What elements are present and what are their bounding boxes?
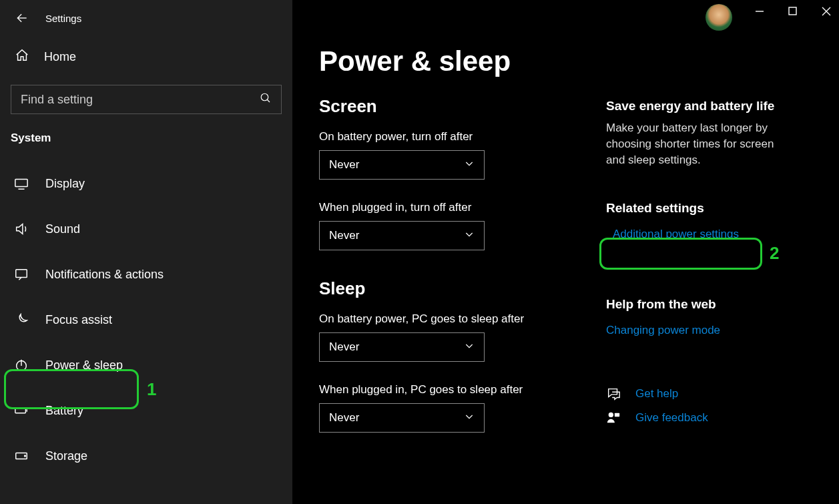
screen-battery-dropdown[interactable]: Never	[319, 150, 485, 180]
window-controls	[752, 4, 834, 19]
user-avatar[interactable]	[706, 4, 732, 31]
sidebar-item-label: Notifications & actions	[45, 268, 164, 282]
related-heading: Related settings	[606, 201, 812, 216]
feedback-icon	[606, 411, 621, 425]
sidebar-item-label: Display	[45, 177, 85, 191]
sidebar-item-focus-assist[interactable]: Focus assist	[0, 297, 292, 342]
sidebar-item-display[interactable]: Display	[0, 161, 292, 206]
give-feedback-link[interactable]: Give feedback	[635, 411, 708, 425]
chevron-down-icon	[464, 340, 475, 354]
energy-heading: Save energy and battery life	[606, 99, 812, 113]
svg-rect-9	[615, 413, 619, 417]
storage-icon	[13, 448, 29, 464]
screen-battery-label: On battery power, turn off after	[319, 130, 599, 144]
chevron-down-icon	[464, 229, 475, 243]
close-button[interactable]	[819, 4, 834, 19]
svg-point-0	[261, 93, 268, 101]
sound-icon	[13, 221, 29, 237]
sidebar-item-label: Focus assist	[45, 313, 112, 327]
dropdown-value: Never	[329, 229, 359, 242]
svg-rect-1	[15, 180, 27, 187]
sidebar-item-label: Storage	[45, 449, 87, 463]
sleep-battery-label: On battery power, PC goes to sleep after	[319, 312, 599, 326]
sidebar-category: System	[0, 129, 292, 154]
sleep-plugged-label: When plugged in, PC goes to sleep after	[319, 383, 599, 397]
sidebar-item-sound[interactable]: Sound	[0, 206, 292, 252]
dropdown-value: Never	[329, 158, 359, 172]
sleep-plugged-dropdown[interactable]: Never	[319, 403, 485, 433]
dropdown-value: Never	[329, 411, 359, 425]
moon-icon	[13, 312, 29, 328]
get-help-link[interactable]: Get help	[635, 387, 678, 401]
power-icon	[13, 357, 29, 373]
back-button[interactable]	[15, 11, 29, 25]
minimize-button[interactable]	[752, 4, 767, 19]
battery-icon	[13, 403, 29, 419]
give-feedback-row[interactable]: Give feedback	[606, 411, 812, 425]
chat-icon	[606, 387, 621, 401]
svg-point-6	[25, 455, 26, 457]
sidebar-item-storage[interactable]: Storage	[0, 433, 292, 479]
home-icon	[15, 48, 29, 66]
section-screen-title: Screen	[319, 96, 599, 117]
changing-power-mode-link[interactable]: Changing power mode	[606, 324, 720, 337]
additional-power-settings-link[interactable]: Additional power settings	[613, 228, 739, 241]
sidebar-item-label: Power & sleep	[45, 358, 123, 372]
svg-rect-7	[789, 7, 796, 15]
sidebar-nav: Display Sound Notifications & actions Fo…	[0, 161, 292, 479]
notifications-icon	[13, 266, 29, 282]
window-title: Settings	[45, 13, 81, 24]
search-icon	[260, 92, 272, 107]
search-box[interactable]	[11, 85, 282, 114]
screen-plugged-dropdown[interactable]: Never	[319, 221, 485, 250]
sidebar-item-battery[interactable]: Battery	[0, 388, 292, 433]
section-sleep-title: Sleep	[319, 278, 599, 299]
sidebar-home-label: Home	[44, 50, 76, 64]
display-icon	[13, 176, 29, 192]
chevron-down-icon	[464, 158, 475, 172]
sidebar-item-power-sleep[interactable]: Power & sleep	[0, 342, 292, 388]
help-web-heading: Help from the web	[606, 297, 812, 312]
sleep-battery-dropdown[interactable]: Never	[319, 332, 485, 362]
dropdown-value: Never	[329, 340, 359, 354]
chevron-down-icon	[464, 411, 475, 425]
page-title: Power & sleep	[319, 45, 599, 77]
screen-plugged-label: When plugged in, turn off after	[319, 201, 599, 214]
main-content: Power & sleep Screen On battery power, t…	[292, 0, 839, 504]
svg-point-8	[609, 413, 613, 417]
sidebar-item-label: Sound	[45, 222, 80, 236]
get-help-row[interactable]: Get help	[606, 387, 812, 401]
search-input[interactable]	[21, 93, 222, 107]
sidebar: Settings Home System Display	[0, 0, 292, 504]
maximize-button[interactable]	[786, 4, 800, 19]
energy-text: Make your battery last longer by choosin…	[606, 120, 786, 168]
sidebar-home[interactable]: Home	[0, 39, 292, 75]
sidebar-item-notifications[interactable]: Notifications & actions	[0, 252, 292, 297]
sidebar-item-label: Battery	[45, 404, 83, 418]
svg-rect-4	[15, 408, 26, 413]
svg-rect-2	[16, 270, 27, 278]
